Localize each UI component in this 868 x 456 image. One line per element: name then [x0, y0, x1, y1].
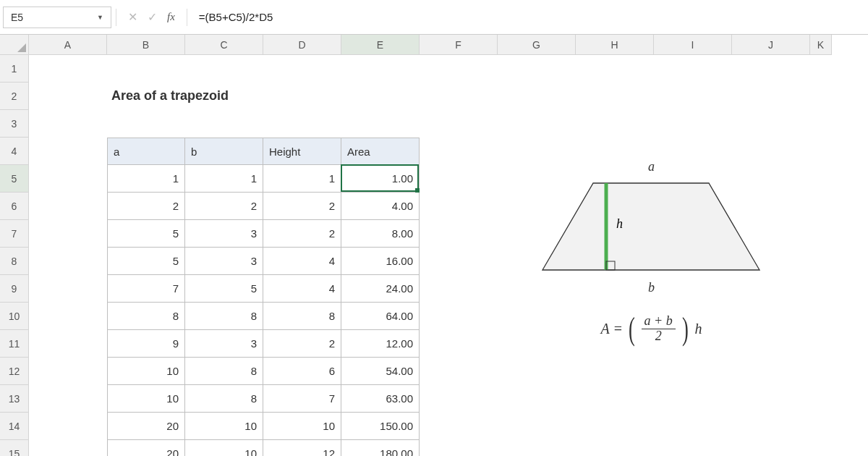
fx-icon[interactable]: fx	[167, 11, 175, 23]
empty-cell[interactable]	[732, 440, 810, 456]
empty-cell[interactable]	[654, 110, 732, 138]
empty-cell[interactable]	[420, 220, 498, 248]
row-header[interactable]: 15	[0, 440, 29, 456]
table-cell[interactable]: 1	[185, 165, 263, 193]
empty-cell[interactable]	[498, 358, 576, 385]
table-cell[interactable]: 10	[185, 413, 263, 440]
empty-cell[interactable]	[732, 358, 810, 385]
empty-cell[interactable]	[810, 330, 832, 358]
table-cell[interactable]: 2	[263, 330, 341, 358]
empty-cell[interactable]	[29, 165, 107, 193]
empty-cell[interactable]	[498, 110, 576, 138]
table-cell[interactable]: 180.00	[341, 440, 420, 456]
empty-cell[interactable]	[810, 165, 832, 193]
row-header[interactable]: 8	[0, 248, 29, 275]
table-cell[interactable]: 20	[107, 413, 185, 440]
column-header[interactable]: I	[654, 35, 732, 55]
empty-cell[interactable]	[810, 55, 832, 83]
row-header[interactable]: 4	[0, 138, 29, 165]
empty-cell[interactable]	[810, 413, 832, 440]
empty-cell[interactable]	[810, 248, 832, 275]
empty-cell[interactable]	[263, 55, 341, 83]
empty-cell[interactable]	[29, 330, 107, 358]
table-cell[interactable]: 7	[107, 275, 185, 303]
empty-cell[interactable]	[420, 248, 498, 275]
table-cell[interactable]: 3	[185, 220, 263, 248]
empty-cell[interactable]	[810, 83, 832, 110]
empty-cell[interactable]	[420, 193, 498, 220]
table-cell[interactable]: 63.00	[341, 385, 420, 413]
row-header[interactable]: 11	[0, 330, 29, 358]
column-header[interactable]: K	[810, 35, 832, 55]
empty-cell[interactable]	[29, 193, 107, 220]
empty-cell[interactable]	[420, 440, 498, 456]
empty-cell[interactable]	[810, 303, 832, 330]
empty-cell[interactable]	[420, 55, 498, 83]
table-cell[interactable]: 8.00	[341, 220, 420, 248]
empty-cell[interactable]	[654, 440, 732, 456]
empty-cell[interactable]	[420, 138, 498, 165]
empty-cell[interactable]	[420, 275, 498, 303]
empty-cell[interactable]	[107, 110, 185, 138]
empty-cell[interactable]	[420, 413, 498, 440]
empty-cell[interactable]	[654, 83, 732, 110]
row-header[interactable]: 9	[0, 275, 29, 303]
table-cell[interactable]: 8	[185, 385, 263, 413]
table-cell[interactable]: 8	[185, 303, 263, 330]
column-header[interactable]: G	[498, 35, 576, 55]
row-header[interactable]: 1	[0, 55, 29, 83]
table-cell[interactable]: 5	[185, 275, 263, 303]
empty-cell[interactable]	[498, 385, 576, 413]
empty-cell[interactable]	[810, 275, 832, 303]
spreadsheet-grid[interactable]: ABCDEFGHIJK12Area of a trapezoid34abHeig…	[0, 35, 868, 456]
table-cell[interactable]: 1	[263, 165, 341, 193]
empty-cell[interactable]	[185, 83, 263, 110]
empty-cell[interactable]	[732, 413, 810, 440]
table-cell[interactable]: 10	[185, 440, 263, 456]
empty-cell[interactable]	[29, 358, 107, 385]
empty-cell[interactable]	[732, 385, 810, 413]
row-header[interactable]: 13	[0, 385, 29, 413]
empty-cell[interactable]	[341, 83, 420, 110]
empty-cell[interactable]	[576, 385, 654, 413]
empty-cell[interactable]	[185, 110, 263, 138]
empty-cell[interactable]	[810, 358, 832, 385]
empty-cell[interactable]	[263, 110, 341, 138]
row-header[interactable]: 10	[0, 303, 29, 330]
table-cell[interactable]: 10	[107, 385, 185, 413]
row-header[interactable]: 3	[0, 110, 29, 138]
table-cell[interactable]: 2	[185, 193, 263, 220]
empty-cell[interactable]	[29, 248, 107, 275]
table-cell[interactable]: 1.00	[341, 165, 420, 193]
table-cell[interactable]: 16.00	[341, 248, 420, 275]
formula-input[interactable]: =(B5+C5)/2*D5	[192, 7, 865, 28]
empty-cell[interactable]	[732, 110, 810, 138]
empty-cell[interactable]	[29, 110, 107, 138]
column-header[interactable]: E	[341, 35, 420, 55]
row-header[interactable]: 7	[0, 220, 29, 248]
table-cell[interactable]: 12	[263, 440, 341, 456]
empty-cell[interactable]	[498, 413, 576, 440]
name-box[interactable]: E5 ▼	[3, 7, 111, 28]
table-cell[interactable]: 8	[107, 303, 185, 330]
table-cell[interactable]: 1	[107, 165, 185, 193]
empty-cell[interactable]	[420, 165, 498, 193]
empty-cell[interactable]	[576, 358, 654, 385]
empty-cell[interactable]	[654, 385, 732, 413]
empty-cell[interactable]	[107, 55, 185, 83]
empty-cell[interactable]	[29, 413, 107, 440]
empty-cell[interactable]	[732, 83, 810, 110]
table-cell[interactable]: 10	[107, 358, 185, 385]
empty-cell[interactable]	[29, 220, 107, 248]
empty-cell[interactable]	[29, 138, 107, 165]
table-cell[interactable]: 4	[263, 275, 341, 303]
empty-cell[interactable]	[810, 385, 832, 413]
table-cell[interactable]: 24.00	[341, 275, 420, 303]
empty-cell[interactable]	[654, 55, 732, 83]
empty-cell[interactable]	[654, 358, 732, 385]
empty-cell[interactable]	[29, 83, 107, 110]
table-cell[interactable]: 3	[185, 330, 263, 358]
table-cell[interactable]: 150.00	[341, 413, 420, 440]
empty-cell[interactable]	[498, 83, 576, 110]
empty-cell[interactable]	[29, 440, 107, 456]
